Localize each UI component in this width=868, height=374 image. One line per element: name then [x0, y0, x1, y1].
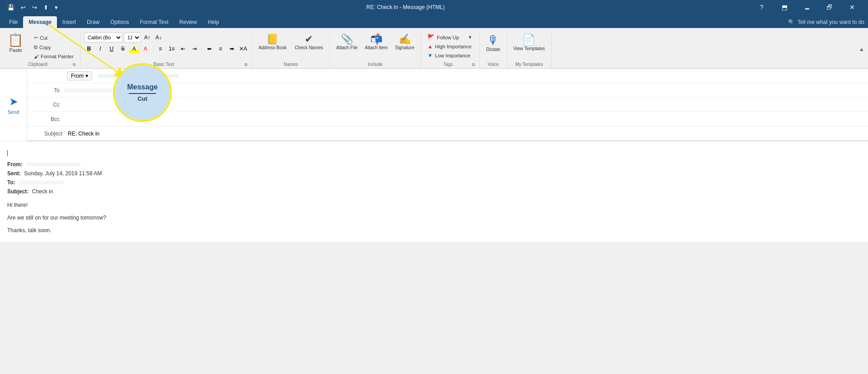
decrease-indent-btn[interactable]: ⇤	[178, 44, 188, 54]
to-meta-line: To:	[7, 178, 861, 187]
tab-message[interactable]: Message	[23, 16, 57, 28]
attach-file-icon: 📎	[341, 34, 353, 44]
tab-options[interactable]: Options	[105, 16, 134, 28]
divider2	[202, 46, 202, 52]
maximize-btn[interactable]: 🗗	[819, 0, 840, 14]
attach-file-button[interactable]: 📎 Attach File	[334, 33, 360, 52]
clipboard-group-label: Clipboard	[4, 61, 72, 68]
tab-review[interactable]: Review	[174, 16, 203, 28]
customize-quick-btn[interactable]: ▾	[53, 3, 60, 12]
tab-insert[interactable]: Insert	[57, 16, 81, 28]
text-cursor	[7, 150, 8, 156]
attach-item-button[interactable]: 📬 Attach Item	[362, 33, 391, 52]
email-content: Hi there! Are we still on for our meetin…	[7, 201, 861, 234]
voice-label: Voice	[483, 61, 503, 68]
to-field-placeholder	[64, 89, 127, 92]
cut-icon: ✂	[34, 35, 38, 41]
from-value: From	[71, 73, 84, 79]
bcc-input[interactable]	[64, 114, 864, 124]
undo-quick-btn[interactable]: ↩	[19, 3, 28, 12]
to-button[interactable]: To	[31, 87, 64, 94]
send-button[interactable]: ➤ Send	[0, 69, 27, 141]
ribbon-group-templates: 📄 View Templates My Templates	[507, 30, 552, 68]
minimize-btn[interactable]: 🗕	[797, 0, 817, 14]
align-right-btn[interactable]: ➡	[227, 44, 237, 54]
cc-input[interactable]	[64, 100, 864, 110]
from-meta-value	[27, 163, 81, 166]
subject-meta-line: Subject: Check in	[7, 187, 861, 196]
bullets-button[interactable]: ≡	[156, 44, 165, 54]
from-button[interactable]: From ▾	[67, 71, 92, 80]
from-meta-label: From:	[7, 161, 23, 168]
check-names-button[interactable]: ✔ Check Names	[292, 33, 326, 52]
tab-format-text[interactable]: Format Text	[134, 16, 174, 28]
subject-label: Subject	[31, 131, 67, 137]
view-templates-button[interactable]: 📄 View Templates	[511, 33, 548, 53]
font-name-select[interactable]: Calibri (Bo	[84, 33, 123, 42]
clear-format-btn[interactable]: ✕A	[238, 44, 248, 54]
underline-button[interactable]: U	[107, 44, 117, 54]
tab-file[interactable]: File	[4, 16, 23, 28]
cut-button[interactable]: ✂ Cut	[31, 33, 76, 42]
cc-button[interactable]: Cc	[31, 102, 64, 108]
ribbon-bar: 📋 Paste ✂ Cut ⧉ Copy 🖌	[0, 28, 868, 69]
align-left-btn[interactable]: ⬅	[204, 44, 214, 54]
send-label: Send	[8, 109, 19, 115]
to-field-extra	[131, 89, 167, 92]
numbering-button[interactable]: 1≡	[167, 44, 177, 54]
italic-button[interactable]: I	[95, 44, 105, 54]
subject-meta-value: Check in	[32, 188, 53, 195]
dictate-button[interactable]: 🎙 Dictate	[483, 33, 503, 54]
from-row: From ▾	[27, 69, 868, 83]
flag-icon: 🚩	[427, 34, 434, 41]
to-meta-label: To:	[7, 179, 15, 186]
strikethrough-button[interactable]: S	[118, 44, 128, 54]
signature-button[interactable]: ✍ Signature	[392, 33, 417, 52]
copy-icon: ⧉	[34, 44, 38, 50]
font-size-select[interactable]: 11	[124, 33, 141, 42]
tags-content: 🚩 Follow Up ▾ ▲ High Importance ▼ Low Im…	[425, 31, 474, 60]
email-greeting: Hi there!	[7, 201, 861, 209]
title-bar-left: 💾 ↩ ↪ ⬆ ▾	[5, 3, 60, 12]
close-btn[interactable]: ✕	[842, 0, 863, 14]
ribbon-group-include: 📎 Attach File 📬 Attach Item ✍ Signature …	[330, 30, 421, 68]
ribbon-display-btn[interactable]: ⬒	[774, 0, 795, 14]
align-center-btn[interactable]: ≡	[216, 44, 226, 54]
font-format-row: B I U S A A ≡ 1≡ ⇤ ⇥ ⬅ ≡ ➡ ✕A	[84, 44, 248, 54]
font-color-button[interactable]: A	[141, 44, 151, 54]
tab-help[interactable]: Help	[203, 16, 225, 28]
tags-expand[interactable]: ⧉	[471, 61, 476, 68]
save-quick-btn[interactable]: 💾	[5, 3, 16, 12]
tab-draw[interactable]: Draw	[81, 16, 105, 28]
compose-fields: From ▾ To Cc Bcc	[27, 69, 868, 141]
redo-quick-btn[interactable]: ↪	[30, 3, 39, 12]
increase-indent-btn[interactable]: ⇥	[189, 44, 199, 54]
paste-button[interactable]: 📋 Paste	[4, 31, 28, 55]
ribbon-search[interactable]: 🔍 Tell me what you want to do	[788, 19, 864, 28]
basic-text-expand[interactable]: ⧉	[244, 61, 248, 68]
help-btn[interactable]: ?	[751, 0, 772, 14]
address-book-button[interactable]: 📒 Address Book	[256, 33, 289, 52]
email-body-area[interactable]: From: Sent: Sunday, July 14, 2019 11:58 …	[0, 141, 868, 242]
from-meta-line: From:	[7, 160, 861, 168]
decrease-font-btn[interactable]: A↓	[154, 33, 164, 42]
ribbon-collapse-button[interactable]: ▲	[859, 46, 864, 52]
to-meta-value	[19, 181, 65, 184]
names-label: Names	[256, 61, 326, 68]
format-painter-button[interactable]: 🖌 Format Painter	[31, 52, 76, 61]
high-importance-button[interactable]: ▲ High Importance	[425, 42, 474, 51]
bcc-button[interactable]: Bcc	[31, 116, 64, 122]
highlight-button[interactable]: A	[129, 44, 139, 54]
to-input[interactable]	[167, 85, 864, 95]
ribbon-group-names: 📒 Address Book ✔ Check Names Names	[252, 30, 330, 68]
follow-up-dropdown-icon: ▾	[469, 34, 472, 40]
attach-item-icon: 📬	[370, 34, 382, 44]
clipboard-expand-icon[interactable]: ⧉	[72, 61, 76, 68]
low-importance-button[interactable]: ▼ Low Importance	[425, 51, 474, 60]
copy-button[interactable]: ⧉ Copy	[31, 43, 76, 51]
bold-button[interactable]: B	[84, 44, 94, 54]
increase-font-btn[interactable]: A↑	[142, 33, 152, 42]
divider	[153, 46, 153, 52]
up-quick-btn[interactable]: ⬆	[42, 3, 50, 12]
follow-up-button[interactable]: 🚩 Follow Up ▾	[425, 33, 474, 42]
